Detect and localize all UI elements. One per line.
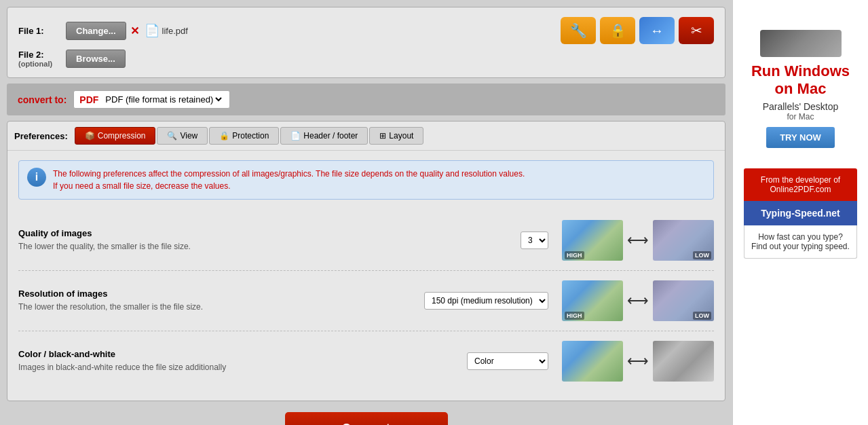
compression-icon: 📦: [85, 131, 95, 141]
scissors-icon-button[interactable]: ✂: [679, 17, 714, 44]
resolution-high-img: HIGH: [562, 280, 623, 321]
tab-layout[interactable]: ⊞ Layout: [369, 127, 423, 145]
tab-header-footer[interactable]: 📄 Header / footer: [280, 127, 368, 145]
color-img: [562, 341, 623, 382]
ad-subtitle2: for Mac: [751, 112, 850, 122]
prefs-header: Preferences: 📦 Compression 🔍 View 🔒 Prot…: [7, 122, 725, 151]
color-select[interactable]: Color Black-and-white: [467, 352, 548, 370]
quality-desc: The lower the quality, the smaller is th…: [18, 241, 507, 253]
resolution-arrow-icon: ⟷: [627, 292, 649, 310]
quality-left: Quality of images The lower the quality,…: [18, 228, 507, 253]
color-row: Color / black-and-white Images in black-…: [18, 331, 714, 391]
ad-dev-label: From the developer of Online2PDF.com: [744, 168, 857, 201]
res-high-label: HIGH: [565, 312, 584, 320]
low-label: LOW: [693, 251, 711, 259]
prefs-body: i The following preferences affect the c…: [7, 151, 725, 401]
color-visual: ⟷: [562, 341, 714, 382]
info-icon: i: [27, 168, 46, 187]
resolution-visual: HIGH ⟷ LOW: [562, 280, 714, 321]
color-arrow-icon: ⟷: [627, 352, 649, 370]
tab-compression[interactable]: 📦 Compression: [75, 127, 156, 145]
ad-subtitle: Parallels' Desktop: [751, 101, 850, 112]
header-footer-icon: 📄: [290, 131, 301, 141]
quality-select[interactable]: 1 2 3 4 5: [521, 232, 548, 249]
browse-button[interactable]: Browse...: [66, 50, 126, 68]
change-button[interactable]: Change...: [66, 22, 126, 40]
resolution-left: Resolution of images The lower the resol…: [18, 289, 411, 313]
swap-icon-button[interactable]: ↔: [639, 17, 675, 44]
resolution-select[interactable]: 72 dpi (screen resolution) 96 dpi (low r…: [424, 292, 548, 310]
toolbar-icons: 🔧 🔒 ↔ ✂: [561, 17, 714, 44]
resolution-control[interactable]: 72 dpi (screen resolution) 96 dpi (low r…: [424, 292, 548, 310]
ad-title-line2: on Mac: [751, 80, 850, 98]
format-select[interactable]: PDF (file format is retained): [102, 94, 224, 105]
quality-row: Quality of images The lower the quality,…: [18, 210, 714, 271]
file1-name: life.pdf: [162, 26, 188, 36]
file1-label: File 1:: [18, 26, 66, 36]
color-desc: Images in black-and-white reduce the fil…: [18, 362, 453, 373]
ad-dev-block: From the developer of Online2PDF.com Typ…: [744, 168, 857, 259]
lock-icon-button[interactable]: 🔒: [600, 17, 635, 44]
right-sidebar: Run Windows on Mac Parallels' Desktop fo…: [732, 0, 868, 425]
file2-label-container: File 2: (optional): [18, 50, 66, 68]
quality-title: Quality of images: [18, 228, 507, 238]
parallels-image: [760, 30, 842, 57]
file2-optional: (optional): [18, 60, 66, 68]
quality-control[interactable]: 1 2 3 4 5: [521, 232, 548, 249]
resolution-row: Resolution of images The lower the resol…: [18, 271, 714, 331]
quality-visual: HIGH ⟷ LOW: [562, 220, 714, 261]
info-box: i The following preferences affect the c…: [18, 160, 714, 200]
protection-icon: 🔒: [219, 131, 229, 141]
quality-arrow-icon: ⟷: [627, 232, 649, 249]
resolution-desc: The lower the resolution, the smaller is…: [18, 301, 411, 313]
remove-file-button[interactable]: ✕: [130, 24, 139, 37]
resolution-low-img: LOW: [653, 280, 714, 321]
layout-icon: ⊞: [379, 131, 386, 141]
convert-button[interactable]: Convert: [285, 412, 448, 425]
convert-section: Convert Reset: [7, 412, 725, 425]
pdf-format-icon: PDF: [79, 94, 98, 105]
ad-main: Run Windows on Mac Parallels' Desktop fo…: [744, 14, 857, 159]
pdf-icon: 📄: [145, 23, 159, 38]
ad-typing-label[interactable]: Typing-Speed.net: [744, 201, 857, 225]
quality-low-img: LOW: [653, 220, 714, 261]
file2-label: File 2:: [18, 50, 66, 60]
format-select-container[interactable]: PDF PDF (file format is retained): [73, 90, 230, 109]
info-text: The following preferences affect the com…: [53, 168, 525, 192]
tab-view[interactable]: 🔍 View: [157, 127, 208, 145]
ad-typing-text: How fast can you type? Find out your typ…: [744, 225, 857, 259]
ad-title-line1: Run Windows: [751, 62, 850, 80]
color-left: Color / black-and-white Images in black-…: [18, 349, 453, 373]
res-low-label: LOW: [693, 312, 711, 320]
high-label: HIGH: [565, 251, 584, 259]
convert-to-label: convert to:: [18, 94, 67, 105]
tools-icon-button[interactable]: 🔧: [561, 17, 596, 44]
tab-protection[interactable]: 🔒 Protection: [209, 127, 279, 145]
convert-to-row: convert to: PDF PDF (file format is reta…: [7, 84, 725, 115]
preferences-section: Preferences: 📦 Compression 🔍 View 🔒 Prot…: [7, 121, 725, 401]
view-icon: 🔍: [167, 131, 177, 141]
resolution-title: Resolution of images: [18, 289, 411, 299]
color-title: Color / black-and-white: [18, 349, 453, 359]
quality-high-img: HIGH: [562, 220, 623, 261]
bw-img: [653, 341, 714, 382]
color-control[interactable]: Color Black-and-white: [467, 352, 548, 370]
prefs-label: Preferences:: [14, 131, 68, 141]
try-now-button[interactable]: TRY NOW: [766, 127, 835, 148]
